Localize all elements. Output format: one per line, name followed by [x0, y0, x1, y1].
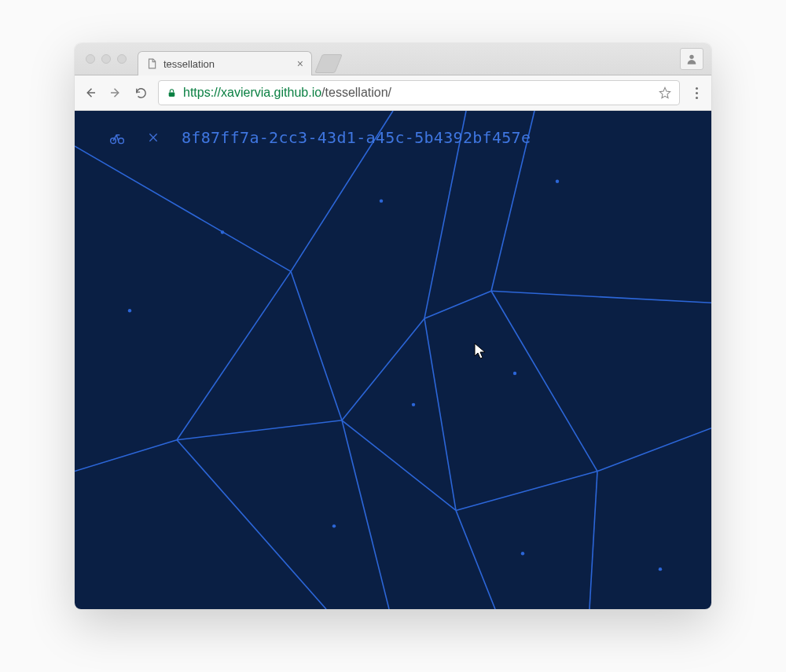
- url-text: https://xaviervia.github.io/tessellation…: [183, 86, 652, 100]
- url-scheme: https://: [183, 86, 221, 100]
- traffic-close-icon[interactable]: [86, 54, 95, 64]
- arrow-right-icon: [108, 86, 123, 100]
- browser-toolbar: https://xaviervia.github.io/tessellation…: [75, 75, 711, 111]
- voronoi-edge: [597, 428, 711, 472]
- voronoi-edge: [177, 440, 326, 609]
- dot-icon: [696, 87, 698, 90]
- voronoi-edge: [424, 318, 456, 510]
- voronoi-edge: [177, 271, 291, 439]
- svg-rect-1: [169, 92, 175, 96]
- voronoi-seed: [659, 567, 662, 571]
- svg-point-0: [689, 55, 693, 59]
- profile-icon: [685, 53, 698, 65]
- url-host: xaviervia.github.io: [221, 86, 321, 100]
- voronoi-canvas[interactable]: [75, 111, 711, 609]
- arrow-left-icon: [83, 86, 97, 100]
- traffic-zoom-icon[interactable]: [117, 54, 127, 64]
- voronoi-seed: [128, 309, 131, 312]
- voronoi-edge: [456, 510, 495, 609]
- voronoi-edge: [590, 472, 597, 609]
- voronoi-seed: [332, 524, 336, 527]
- voronoi-seed: [412, 403, 415, 406]
- new-tab-button[interactable]: [314, 54, 343, 73]
- voronoi-edge: [291, 271, 342, 420]
- forward-button[interactable]: [108, 85, 123, 101]
- reload-icon: [134, 86, 148, 100]
- page-content[interactable]: 8f87ff7a-2cc3-43d1-a45c-5b4392bf457e: [75, 111, 711, 609]
- voronoi-edge: [177, 420, 342, 440]
- voronoi-edge: [424, 291, 491, 318]
- uuid-text: 8f87ff7a-2cc3-43d1-a45c-5b4392bf457e: [182, 128, 531, 147]
- lock-icon: [167, 87, 177, 98]
- browser-tab[interactable]: tessellation ×: [138, 51, 312, 75]
- voronoi-edge: [75, 440, 177, 472]
- voronoi-edge: [491, 291, 711, 303]
- tab-title: tessellation: [163, 58, 215, 70]
- voronoi-seed: [513, 372, 516, 375]
- voronoi-edge: [75, 146, 291, 271]
- voronoi-edge: [456, 472, 597, 511]
- back-button[interactable]: [83, 85, 98, 101]
- voronoi-edge: [342, 420, 456, 511]
- voronoi-seed: [221, 230, 224, 233]
- bookmark-star-icon[interactable]: [659, 86, 671, 99]
- voronoi-edge: [491, 291, 597, 471]
- reload-button[interactable]: [133, 85, 149, 101]
- dot-icon: [696, 97, 698, 99]
- browser-menu-button[interactable]: [689, 87, 703, 99]
- dot-icon: [696, 92, 698, 94]
- voronoi-seed: [556, 180, 559, 183]
- app-overlay: 8f87ff7a-2cc3-43d1-a45c-5b4392bf457e: [109, 128, 531, 147]
- close-icon[interactable]: [145, 130, 161, 145]
- bike-icon[interactable]: [109, 130, 125, 145]
- svg-point-3: [119, 138, 124, 144]
- address-bar[interactable]: https://xaviervia.github.io/tessellation…: [158, 80, 680, 105]
- browser-window: tessellation ×: [75, 43, 711, 609]
- voronoi-edge: [342, 420, 389, 609]
- traffic-minimize-icon[interactable]: [101, 54, 111, 64]
- tab-close-button[interactable]: ×: [297, 58, 303, 69]
- tab-strip: tessellation ×: [75, 43, 711, 75]
- traffic-lights: [81, 43, 138, 75]
- voronoi-seed: [521, 552, 524, 555]
- voronoi-seed: [380, 199, 383, 202]
- profile-button[interactable]: [680, 48, 703, 70]
- url-path: /tessellation/: [321, 86, 391, 100]
- file-icon: [146, 58, 157, 69]
- cursor-icon: [474, 343, 487, 360]
